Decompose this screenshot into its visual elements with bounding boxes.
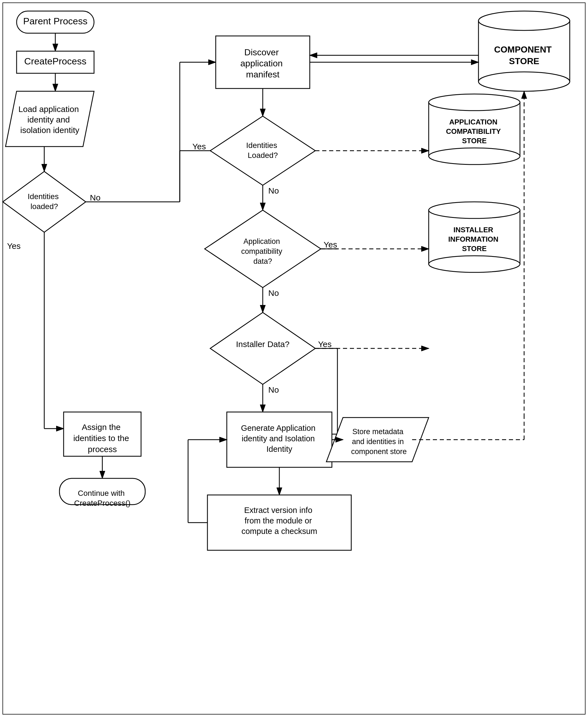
svg-point-39 xyxy=(479,72,570,91)
svg-point-38 xyxy=(479,11,570,30)
no-label-r2: No xyxy=(268,289,279,297)
yes-label-r1: Yes xyxy=(192,142,206,151)
create-process-label: CreateProcess xyxy=(24,56,87,66)
no-label-left: No xyxy=(90,193,100,202)
svg-point-45 xyxy=(429,256,520,272)
load-identity-label: Load application identity and isolation … xyxy=(19,105,81,135)
parent-process-label: Parent Process xyxy=(23,16,87,26)
no-label-r3: No xyxy=(268,385,279,394)
yes-label-left: Yes xyxy=(7,241,21,251)
svg-marker-8 xyxy=(3,171,86,232)
diagram-container: Parent Process CreateProcess Load applic… xyxy=(0,0,588,717)
svg-point-42 xyxy=(429,148,520,165)
discover-manifest-label: Discover application manifest xyxy=(240,47,285,79)
extract-version-label: Extract version info from the module or … xyxy=(241,506,317,535)
svg-point-44 xyxy=(429,202,520,218)
no-label-r1: No xyxy=(268,186,279,195)
svg-point-41 xyxy=(429,94,520,111)
yes-label-r2: Yes xyxy=(323,240,337,249)
installer-data-label: Installer Data? xyxy=(236,340,289,349)
store-metadata-label: Store metadata and identities in compone… xyxy=(351,427,406,456)
svg-marker-19 xyxy=(210,116,315,185)
yes-label-r3: Yes xyxy=(318,340,332,349)
